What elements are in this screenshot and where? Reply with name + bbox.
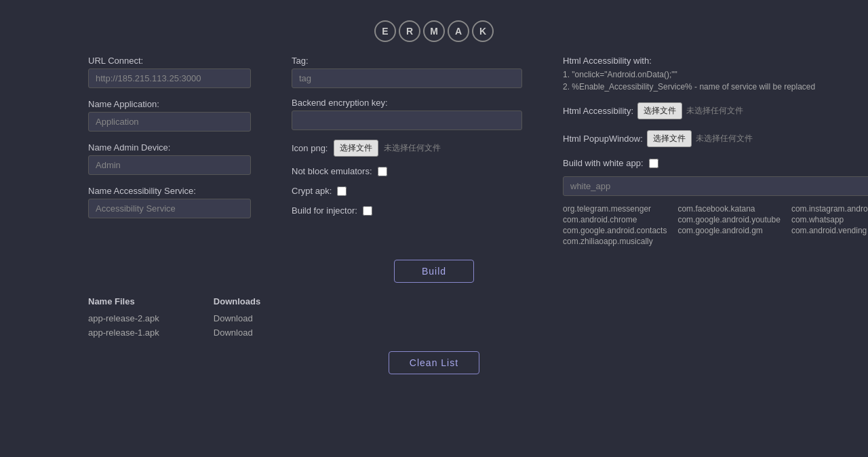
left-panel: URL Connect: Name Application: Name Admi… [88,56,251,246]
build-white-app-checkbox[interactable] [649,159,658,168]
tag-field-group: Tag: [292,56,522,88]
build-section: Build [0,253,868,283]
header: E R M A K [0,0,868,56]
name-admin-field-group: Name Admin Device: [88,142,251,175]
html-accessibility-row: Html Accessibility: 选择文件 未选择任何文件 [563,102,868,119]
html-accessibility-no-file: 未选择任何文件 [686,105,743,117]
files-section: Name Files app-release-2.apk app-release… [0,283,868,338]
build-button[interactable]: Build [394,260,474,283]
url-input[interactable] [88,68,251,88]
logo-letter-k: K [472,20,494,42]
url-label: URL Connect: [88,56,251,66]
encryption-label: Backend encryption key: [292,98,522,108]
app-entry-1: com.facebook.katana [677,204,780,214]
build-white-app-row: Build with white app: [563,158,868,168]
file-entry-0: app-release-2.apk [88,313,159,323]
url-field-group: URL Connect: [88,56,251,88]
logo: E R M A K [374,20,494,42]
build-injector-row: Build for injector: [292,205,522,216]
downloads-header: Downloads [214,296,260,306]
icon-no-file-text: 未选择任何文件 [384,142,441,154]
apps-list: org.telegram.messenger com.facebook.kata… [563,204,868,246]
html-info-line-1: 1. "onclick="Android.onData();"" [563,70,868,79]
html-accessibility-title: Html Accessibility with: [563,56,868,66]
crypt-apk-label: Crypt apk: [292,186,332,196]
name-admin-label: Name Admin Device: [88,142,251,153]
app-entry-8: com.android.vending [791,226,868,235]
clean-section: Clean List [0,351,868,388]
build-injector-checkbox[interactable] [363,206,372,216]
build-injector-label: Build for injector: [292,205,357,216]
html-popup-row: Html PopupWindow: 选择文件 未选择任何文件 [563,130,868,147]
logo-letter-m: M [423,20,445,42]
name-app-input[interactable] [88,112,251,132]
html-info-line-2: 2. %Enable_Accessibility_Service% - name… [563,82,868,92]
app-entry-7: com.google.android.gm [677,226,780,235]
name-admin-input[interactable] [88,155,251,175]
middle-panel: Tag: Backend encryption key: Icon png: 选… [292,56,522,246]
html-popup-no-file: 未选择任何文件 [696,133,753,144]
download-link-0[interactable]: Download [214,313,260,323]
white-app-input[interactable] [563,176,868,196]
name-app-field-group: Name Application: [88,99,251,132]
files-left: Name Files app-release-2.apk app-release… [88,296,159,338]
icon-label: Icon png: [292,143,328,153]
not-block-emulators-checkbox[interactable] [378,167,387,176]
main-content: URL Connect: Name Application: Name Admi… [0,56,868,246]
icon-row: Icon png: 选择文件 未选择任何文件 [292,140,522,157]
app-entry-2: com.instagram.android [791,204,868,214]
html-accessibility-file-label: Html Accessibility: [563,106,633,116]
app-entry-3: com.android.chrome [563,215,667,224]
icon-choose-button[interactable]: 选择文件 [334,140,378,157]
crypt-apk-row: Crypt apk: [292,186,522,196]
html-popup-choose-button[interactable]: 选择文件 [647,130,692,147]
file-entry-1: app-release-1.apk [88,327,159,338]
app-entry-4: com.google.android.youtube [677,215,780,224]
tag-input[interactable] [292,68,522,88]
logo-letter-r: R [399,20,420,42]
encryption-field-group: Backend encryption key: [292,98,522,130]
app-entry-0: org.telegram.messenger [563,204,667,214]
clean-list-button[interactable]: Clean List [389,351,479,374]
build-white-app-label: Build with white app: [563,158,644,168]
files-right: Downloads Download Download [214,296,260,338]
download-link-1[interactable]: Download [214,327,260,338]
name-accessibility-label: Name Accessibility Service: [88,186,251,196]
not-block-emulators-label: Not block emulators: [292,166,372,176]
encryption-input[interactable] [292,111,522,130]
name-accessibility-input[interactable] [88,199,251,218]
logo-letter-e: E [374,20,396,42]
html-accessibility-choose-button[interactable]: 选择文件 [637,102,682,119]
tag-label: Tag: [292,56,522,66]
html-popup-file-label: Html PopupWindow: [563,134,643,144]
not-block-emulators-row: Not block emulators: [292,166,522,176]
name-accessibility-field-group: Name Accessibility Service: [88,186,251,218]
app-entry-6: com.google.android.contacts [563,226,667,235]
crypt-apk-checkbox[interactable] [337,186,347,196]
name-app-label: Name Application: [88,99,251,109]
right-panel: Html Accessibility with: 1. "onclick="An… [563,56,868,246]
app-entry-9: com.zhiliaoapp.musically [563,237,667,246]
app-entry-5: com.whatsapp [791,215,868,224]
name-files-header: Name Files [88,296,159,306]
logo-letter-a: A [448,20,469,42]
html-accessibility-info: Html Accessibility with: 1. "onclick="An… [563,56,868,94]
